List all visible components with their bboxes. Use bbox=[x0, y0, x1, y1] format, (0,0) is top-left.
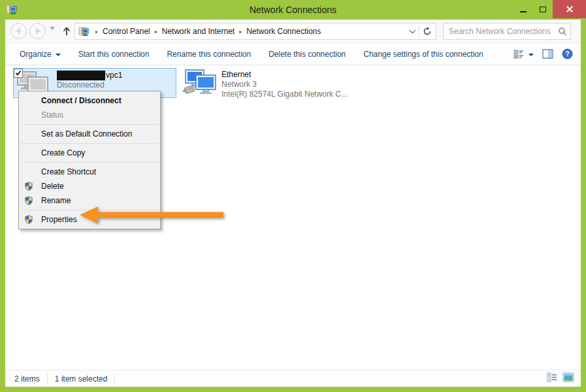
items-count: 2 items bbox=[5, 374, 42, 384]
menu-separator bbox=[21, 143, 159, 144]
menu-separator bbox=[21, 162, 159, 163]
checkmark-icon bbox=[15, 70, 22, 76]
search-input[interactable] bbox=[444, 27, 555, 36]
connection-device: Intel(R) 82574L Gigabit Network C... bbox=[221, 90, 348, 99]
minimize-button[interactable] bbox=[513, 0, 533, 18]
breadcrumb-separator-icon: ▸ bbox=[91, 29, 103, 35]
uac-shield-icon bbox=[24, 215, 33, 224]
window-controls bbox=[513, 0, 586, 18]
menu-item-connect-disconnect[interactable]: Connect / Disconnect bbox=[19, 93, 160, 108]
back-button[interactable] bbox=[10, 23, 27, 39]
up-arrow-icon bbox=[62, 26, 71, 37]
change-settings-button[interactable]: Change settings of this connection bbox=[363, 50, 483, 59]
network-connections-window: Network Connections bbox=[0, 0, 586, 392]
connection-name: vpc1 bbox=[57, 71, 122, 80]
chevron-down-icon bbox=[56, 54, 61, 56]
close-button[interactable] bbox=[553, 0, 586, 18]
view-options-button[interactable] bbox=[513, 49, 534, 59]
organize-button[interactable]: Organize bbox=[20, 50, 61, 59]
menu-item-set-default-connection[interactable]: Set as Default Connection bbox=[19, 127, 160, 141]
uac-shield-icon bbox=[24, 182, 33, 191]
chevron-down-icon bbox=[529, 54, 534, 56]
menu-item-label: Properties bbox=[41, 215, 77, 224]
breadcrumb-separator-icon: ▸ bbox=[150, 29, 162, 35]
menu-item-create-copy[interactable]: Create Copy bbox=[19, 146, 160, 160]
refresh-icon bbox=[423, 27, 432, 36]
item-checkbox[interactable] bbox=[14, 69, 23, 78]
connection-name: Ethernet bbox=[221, 70, 348, 80]
maximize-icon bbox=[540, 7, 546, 12]
connection-name-suffix: vpc1 bbox=[106, 71, 122, 80]
connection-tile-ethernet[interactable]: Ethernet Network 3 Intel(R) 82574L Gigab… bbox=[182, 68, 357, 98]
forward-arrow-icon bbox=[33, 27, 42, 35]
connection-icon-wrap bbox=[182, 68, 219, 98]
close-icon bbox=[566, 5, 574, 13]
large-icons-view-icon bbox=[562, 372, 574, 382]
breadcrumb-control-panel[interactable]: Control Panel bbox=[103, 27, 150, 36]
minimize-icon bbox=[520, 11, 527, 12]
navigation-bar: ▸ Control Panel ▸ Network and Internet ▸… bbox=[5, 20, 581, 43]
window-title: Network Connections bbox=[0, 0, 586, 20]
breadcrumb-network-and-internet[interactable]: Network and Internet bbox=[162, 27, 235, 36]
forward-button[interactable] bbox=[29, 23, 46, 39]
redacted-name bbox=[57, 71, 105, 80]
help-icon: ? bbox=[562, 48, 573, 59]
large-icons-view-button[interactable] bbox=[562, 372, 574, 385]
preview-pane-button[interactable] bbox=[542, 49, 553, 59]
command-toolbar: Organize Start this connection Rename th… bbox=[5, 43, 581, 65]
address-dropdown-button[interactable] bbox=[406, 24, 419, 39]
chevron-down-icon bbox=[50, 27, 55, 41]
svg-text:?: ? bbox=[565, 50, 569, 57]
breadcrumb-network-connections[interactable]: Network Connections bbox=[246, 27, 321, 36]
statusbar-view-toggles bbox=[547, 372, 581, 385]
view-options-icon bbox=[513, 49, 525, 59]
network-connections-folder-icon bbox=[78, 26, 90, 37]
connection-text: Ethernet Network 3 Intel(R) 82574L Gigab… bbox=[219, 68, 348, 98]
preview-pane-icon bbox=[542, 49, 553, 59]
help-button[interactable]: ? bbox=[562, 48, 573, 59]
menu-item-status[interactable]: Status bbox=[19, 108, 160, 122]
menu-item-label: Rename bbox=[41, 196, 71, 205]
selection-count: 1 item selected bbox=[52, 374, 110, 384]
toolbar-right-icons: ? bbox=[513, 43, 573, 65]
connection-status: Disconnected bbox=[57, 80, 122, 90]
organize-label: Organize bbox=[20, 50, 52, 59]
rename-connection-button[interactable]: Rename this connection bbox=[167, 50, 251, 59]
address-bar[interactable]: ▸ Control Panel ▸ Network and Internet ▸… bbox=[74, 23, 436, 40]
menu-item-label: Delete bbox=[41, 182, 64, 191]
maximize-button[interactable] bbox=[533, 0, 553, 18]
ethernet-network-icon bbox=[183, 69, 218, 97]
chevron-down-icon bbox=[409, 27, 415, 34]
up-button[interactable] bbox=[60, 24, 73, 39]
uac-shield-icon bbox=[24, 196, 33, 205]
connection-network: Network 3 bbox=[221, 80, 348, 90]
menu-item-create-shortcut[interactable]: Create Shortcut bbox=[19, 165, 160, 179]
search-icon bbox=[558, 27, 567, 36]
status-divider bbox=[47, 374, 48, 384]
rj45-connector bbox=[183, 86, 195, 95]
status-divider bbox=[114, 374, 115, 384]
recent-pages-dropdown[interactable] bbox=[50, 30, 55, 42]
menu-separator bbox=[21, 124, 159, 125]
annotation-arrow bbox=[74, 204, 229, 226]
details-view-button[interactable] bbox=[547, 372, 557, 385]
refresh-button[interactable] bbox=[419, 24, 434, 39]
search-button[interactable] bbox=[555, 27, 570, 36]
status-bar: 2 items 1 item selected bbox=[5, 370, 581, 387]
delete-connection-button[interactable]: Delete this connection bbox=[269, 50, 346, 59]
back-arrow-icon bbox=[14, 27, 23, 35]
menu-item-delete[interactable]: Delete bbox=[19, 179, 160, 193]
start-connection-button[interactable]: Start this connection bbox=[78, 50, 150, 59]
details-view-icon bbox=[547, 372, 557, 382]
titlebar: Network Connections bbox=[0, 0, 586, 20]
connections-list: vpc1 Disconnected bbox=[5, 65, 581, 370]
breadcrumb-separator-icon: ▸ bbox=[235, 29, 246, 35]
search-box bbox=[443, 23, 571, 40]
